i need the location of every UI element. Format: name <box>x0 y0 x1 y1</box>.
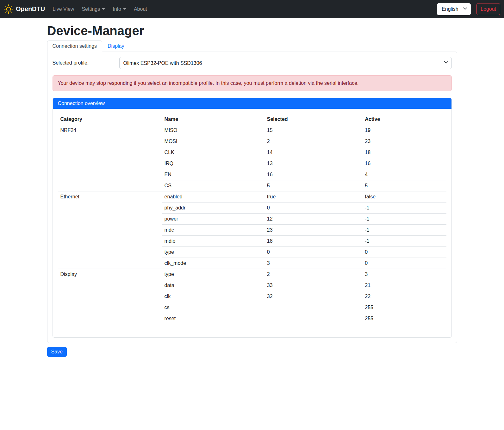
nav-item-label: About <box>134 6 147 12</box>
connection-overview-table: Category Name Selected Active NRF24MISO1… <box>58 114 446 324</box>
active-cell: -1 <box>362 203 446 214</box>
name-cell: EN <box>162 169 264 180</box>
category-cell: Ethernet <box>58 191 162 269</box>
nav-links: Live View Settings Info About <box>50 4 152 15</box>
selected-cell: 18 <box>264 236 362 247</box>
tab-content: Selected profile: Olimex ESP32-POE with … <box>47 52 457 343</box>
name-cell: MISO <box>162 125 264 136</box>
connection-overview-card: Connection overview Category Name Select… <box>53 98 452 338</box>
overview-table-body: NRF24MISO1519MOSI223CLK1418IRQ1316EN164C… <box>58 125 446 324</box>
save-button[interactable]: Save <box>47 347 67 357</box>
name-cell: mdio <box>162 236 264 247</box>
selected-cell <box>264 302 362 313</box>
name-cell: IRQ <box>162 158 264 169</box>
logout-button[interactable]: Logout <box>476 3 500 15</box>
active-cell: -1 <box>362 236 446 247</box>
selected-cell: 0 <box>264 247 362 258</box>
column-header-category: Category <box>58 114 162 125</box>
brand-link[interactable]: OpenDTU <box>4 4 45 14</box>
name-cell: CS <box>162 180 264 191</box>
table-row: Displaytype23 <box>58 269 446 280</box>
column-header-name: Name <box>162 114 264 125</box>
selected-cell: 16 <box>264 169 362 180</box>
active-cell: 22 <box>362 291 446 302</box>
selected-cell: 32 <box>264 291 362 302</box>
active-cell: 23 <box>362 136 446 147</box>
active-cell: 21 <box>362 280 446 291</box>
active-cell: -1 <box>362 214 446 225</box>
active-cell: 3 <box>362 269 446 280</box>
selected-cell: 2 <box>264 269 362 280</box>
active-cell: 0 <box>362 247 446 258</box>
profile-row: Selected profile: Olimex ESP32-POE with … <box>53 57 452 69</box>
card-header: Connection overview <box>53 98 451 109</box>
nav-item-label: Info <box>113 6 121 12</box>
table-header-row: Category Name Selected Active <box>58 114 446 125</box>
nav-item-info[interactable]: Info <box>110 4 129 15</box>
active-cell: 19 <box>362 125 446 136</box>
name-cell: type <box>162 269 264 280</box>
active-cell: 0 <box>362 258 446 269</box>
chevron-down-icon <box>123 8 126 10</box>
selected-cell: 2 <box>264 136 362 147</box>
active-cell: 255 <box>362 313 446 324</box>
selected-cell: 33 <box>264 280 362 291</box>
selected-cell <box>264 313 362 324</box>
table-row: NRF24MISO1519 <box>58 125 446 136</box>
nav-item-settings[interactable]: Settings <box>79 4 108 15</box>
profile-select[interactable]: Olimex ESP32-POE with SSD1306 <box>119 57 452 69</box>
name-cell: cs <box>162 302 264 313</box>
warning-alert: Your device may stop responding if you s… <box>53 75 452 91</box>
tab-bar: Connection settings Display <box>47 41 457 52</box>
tab-connection-settings[interactable]: Connection settings <box>47 41 103 52</box>
chevron-down-icon <box>102 8 105 10</box>
name-cell: MOSI <box>162 136 264 147</box>
name-cell: mdc <box>162 225 264 236</box>
category-cell: NRF24 <box>58 125 162 191</box>
name-cell: phy_addr <box>162 203 264 214</box>
sun-icon <box>4 4 13 14</box>
selected-cell: 15 <box>264 125 362 136</box>
selected-cell: 23 <box>264 225 362 236</box>
nav-item-label: Settings <box>82 6 100 12</box>
active-cell: 5 <box>362 180 446 191</box>
name-cell: enabled <box>162 191 264 203</box>
selected-cell: 0 <box>264 203 362 214</box>
active-cell: 16 <box>362 158 446 169</box>
page-title: Device-Manager <box>47 24 457 38</box>
name-cell: reset <box>162 313 264 324</box>
nav-item-about[interactable]: About <box>131 4 150 15</box>
name-cell: clk <box>162 291 264 302</box>
table-row: Ethernetenabledtruefalse <box>58 191 446 203</box>
active-cell: -1 <box>362 225 446 236</box>
nav-item-live-view[interactable]: Live View <box>50 4 77 15</box>
name-cell: power <box>162 214 264 225</box>
selected-cell: 3 <box>264 258 362 269</box>
selected-cell: 5 <box>264 180 362 191</box>
active-cell: 255 <box>362 302 446 313</box>
selected-cell: 13 <box>264 158 362 169</box>
tab-display[interactable]: Display <box>102 41 129 52</box>
selected-cell: true <box>264 191 362 203</box>
active-cell: 18 <box>362 147 446 158</box>
language-select[interactable]: English <box>437 3 471 15</box>
profile-label: Selected profile: <box>53 60 119 66</box>
active-cell: false <box>362 191 446 203</box>
name-cell: type <box>162 247 264 258</box>
name-cell: data <box>162 280 264 291</box>
name-cell: CLK <box>162 147 264 158</box>
navbar: OpenDTU Live View Settings Info About En… <box>0 0 504 18</box>
column-header-selected: Selected <box>264 114 362 125</box>
active-cell: 4 <box>362 169 446 180</box>
name-cell: clk_mode <box>162 258 264 269</box>
column-header-active: Active <box>362 114 446 125</box>
category-cell: Display <box>58 269 162 324</box>
brand-label: OpenDTU <box>16 5 45 13</box>
selected-cell: 14 <box>264 147 362 158</box>
nav-item-label: Live View <box>53 6 74 12</box>
selected-cell: 12 <box>264 214 362 225</box>
